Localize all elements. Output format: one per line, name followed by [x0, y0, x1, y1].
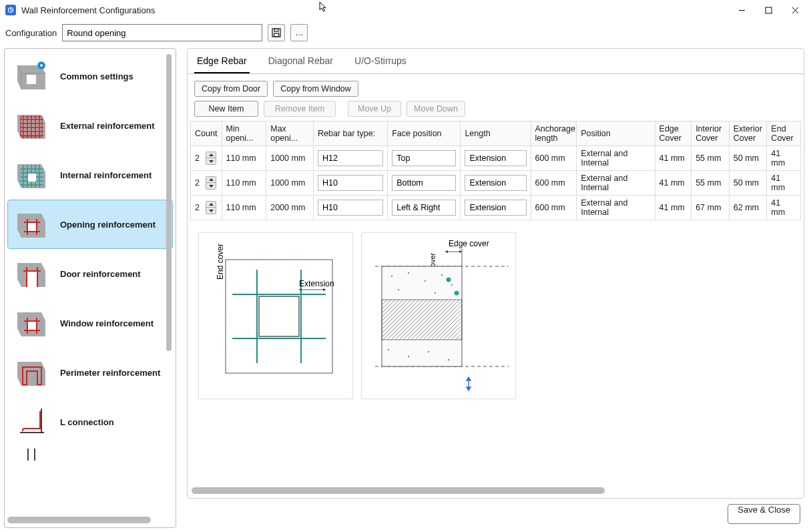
cell-edge[interactable]: 41 mm [655, 196, 692, 220]
spin-up[interactable] [206, 202, 216, 208]
svg-point-72 [398, 289, 399, 290]
sidebar-item-door[interactable]: Door reinforcement [7, 249, 173, 298]
close-button[interactable] [782, 1, 808, 19]
tab-diagonal-rebar[interactable]: Diagonal Rebar [266, 49, 336, 73]
cell-ext[interactable]: 62 mm [729, 196, 767, 220]
spin-down[interactable] [206, 183, 216, 189]
th-rebar[interactable]: Rebar bar type: [313, 121, 387, 146]
length-input[interactable] [465, 200, 526, 216]
svg-rect-42 [27, 321, 37, 330]
cell-max[interactable]: 1000 mm [266, 171, 314, 196]
sidebar-item-perimeter[interactable]: Perimeter reinforcement [7, 348, 173, 397]
svg-rect-2 [766, 7, 772, 13]
copy-from-door-button[interactable]: Copy from Door [194, 81, 268, 97]
sidebar-item-external[interactable]: External reinforcement [7, 101, 173, 150]
tab-edge-rebar[interactable]: Edge Rebar [194, 49, 250, 73]
sidebar-item-internal[interactable]: Internal reinforcement [7, 150, 173, 200]
sidebar-h-scrollbar[interactable] [7, 515, 173, 525]
count-spinner[interactable]: 2 [195, 201, 216, 214]
rebar-input[interactable] [318, 150, 383, 166]
sidebar-item-opening[interactable]: Opening reinforcement [7, 200, 173, 249]
sidebar-item-window[interactable]: Window reinforcement [7, 298, 173, 348]
cell-pos[interactable]: External and Internal [577, 171, 655, 196]
th-edge[interactable]: Edge Cover [655, 121, 692, 146]
th-min[interactable]: Min openi... [222, 121, 266, 146]
face-input[interactable] [392, 175, 456, 191]
count-spinner[interactable]: 2 [195, 152, 216, 165]
svg-rect-6 [274, 29, 278, 31]
common-settings-icon [12, 57, 49, 95]
table-row[interactable]: 2110 mm1000 mm600 mmExternal and Interna… [191, 171, 801, 196]
cell-int[interactable]: 55 mm [692, 146, 730, 171]
svg-rect-79 [382, 300, 462, 340]
th-count[interactable]: Count [191, 121, 222, 146]
cell-edge[interactable]: 41 mm [655, 146, 692, 171]
sidebar-item-label: L connection [60, 417, 114, 427]
minimize-button[interactable] [728, 1, 755, 19]
length-input[interactable] [465, 150, 526, 166]
svg-point-10 [40, 64, 43, 67]
spin-down[interactable] [206, 208, 216, 214]
cell-end[interactable]: 41 mm [767, 196, 801, 220]
th-ext[interactable]: Exterior Cover [729, 121, 767, 146]
config-input[interactable] [62, 24, 262, 41]
cell-min[interactable]: 110 mm [222, 171, 266, 196]
move-down-button[interactable]: Move Down [407, 101, 465, 117]
table-row[interactable]: 2110 mm1000 mm600 mmExternal and Interna… [191, 146, 801, 171]
cell-max[interactable]: 1000 mm [266, 146, 314, 171]
sidebar-item-common-settings[interactable]: Common settings [7, 51, 173, 101]
th-face[interactable]: Face position [388, 121, 461, 146]
th-int[interactable]: Interior Cover [692, 121, 730, 146]
th-len[interactable]: Length [461, 121, 531, 146]
cell-min[interactable]: 110 mm [222, 196, 266, 220]
cell-int[interactable]: 67 mm [692, 196, 730, 220]
tab-uo-stirrups[interactable]: U/O-Stirrups [352, 49, 409, 73]
sidebar-scrollbar[interactable] [166, 54, 172, 351]
table-row[interactable]: 2110 mm2000 mm600 mmExternal and Interna… [191, 196, 801, 220]
length-input[interactable] [465, 175, 526, 191]
diagram-section: Edge cover Int cover Ext cover [361, 232, 516, 399]
spin-up[interactable] [206, 177, 216, 183]
cell-ext[interactable]: 50 mm [729, 146, 767, 171]
cell-anch[interactable]: 600 mm [531, 196, 577, 220]
cell-ext[interactable]: 50 mm [729, 171, 767, 196]
cell-anch[interactable]: 600 mm [531, 146, 577, 171]
window-title: Wall Reinforcement Configurations [21, 5, 155, 15]
count-spinner[interactable]: 2 [195, 176, 216, 190]
face-input[interactable] [392, 150, 456, 166]
copy-from-window-button[interactable]: Copy from Window [273, 81, 358, 97]
sidebar-item-label: Window reinforcement [60, 318, 154, 328]
sidebar-item-l-connection[interactable]: L connection [7, 397, 173, 447]
svg-point-70 [425, 280, 426, 282]
cell-end[interactable]: 41 mm [767, 171, 801, 196]
cell-anch[interactable]: 600 mm [531, 171, 577, 196]
content-h-scrollbar[interactable] [192, 486, 800, 495]
sidebar-item-partial[interactable] [7, 447, 173, 463]
cell-int[interactable]: 55 mm [692, 171, 730, 196]
spin-down[interactable] [206, 158, 216, 164]
th-anch[interactable]: Anchorage length [531, 121, 577, 146]
remove-item-button[interactable]: Remove Item [264, 101, 336, 117]
spin-up[interactable] [206, 152, 216, 158]
cell-max[interactable]: 2000 mm [266, 196, 314, 220]
cell-pos[interactable]: External and Internal [577, 146, 655, 171]
cell-edge[interactable]: 41 mm [655, 171, 692, 196]
more-icon-button[interactable]: … [290, 24, 308, 41]
svg-point-73 [435, 292, 436, 294]
cell-min[interactable]: 110 mm [222, 146, 266, 171]
rebar-input[interactable] [318, 200, 383, 216]
cell-end[interactable]: 41 mm [767, 146, 801, 171]
opening-reinforcement-icon [12, 206, 49, 243]
maximize-button[interactable] [755, 1, 782, 19]
th-max[interactable]: Max openi... [266, 121, 314, 146]
save-icon-button[interactable] [268, 24, 285, 41]
th-pos[interactable]: Position [577, 121, 655, 146]
cell-pos[interactable]: External and Internal [577, 196, 655, 220]
svg-rect-38 [27, 271, 37, 287]
th-end[interactable]: End Cover [767, 121, 801, 146]
rebar-input[interactable] [318, 175, 383, 191]
new-item-button[interactable]: New Item [194, 101, 258, 117]
face-input[interactable] [392, 200, 456, 216]
save-close-button[interactable]: Save & Close [728, 504, 800, 524]
move-up-button[interactable]: Move Up [348, 101, 401, 117]
